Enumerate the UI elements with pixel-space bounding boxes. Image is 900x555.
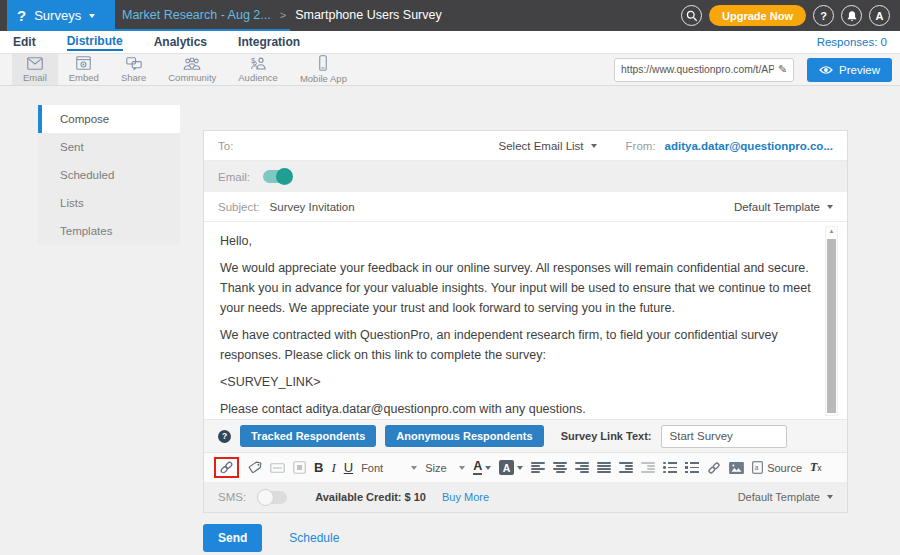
distribute-channel-toolbar: Email Embed Share Community $ Audience M… — [0, 54, 900, 86]
insert-image-button[interactable] — [729, 462, 744, 474]
email-sidebar: Compose Sent Scheduled Lists Templates — [38, 105, 180, 245]
insert-banner-button-disabled[interactable] — [270, 462, 285, 474]
breadcrumb-folder[interactable]: Market Research - Aug 2... — [122, 8, 271, 22]
audience-dollar-icon: $ — [250, 56, 267, 70]
responses-count[interactable]: Responses: 0 — [817, 36, 887, 48]
align-center-icon — [553, 462, 567, 473]
upgrade-now-button[interactable]: Upgrade Now — [709, 5, 806, 26]
survey-url-field[interactable]: https://www.questionpro.com/t/APNrFZ — [614, 58, 794, 82]
scrollbar-thumb[interactable] — [827, 239, 836, 413]
increase-indent-button[interactable] — [619, 462, 633, 473]
notifications-button[interactable] — [841, 5, 862, 26]
to-row: To: Select Email List From: aditya.datar… — [204, 131, 847, 161]
numbered-list-button[interactable] — [685, 462, 699, 473]
topbar-actions: Upgrade Now ? A — [681, 0, 890, 31]
sidebar-item-templates[interactable]: Templates — [38, 217, 180, 245]
breadcrumb: Market Research - Aug 2... > Smartphone … — [122, 0, 442, 29]
outdent-icon — [641, 462, 655, 473]
font-family-dropdown[interactable]: Font — [361, 462, 417, 474]
schedule-link[interactable]: Schedule — [289, 531, 339, 545]
questionpro-app: ? Surveys Market Research - Aug 2... > S… — [0, 0, 900, 555]
italic-button[interactable]: I — [331, 460, 335, 476]
toggle-knob — [257, 489, 274, 506]
sms-template-value: Default Template — [738, 491, 820, 503]
available-credit-label: Available Credit: $ 10 — [315, 491, 426, 503]
respondents-help-icon[interactable]: ? — [218, 430, 231, 443]
editor-toolbar: B I U Font Size A A — [204, 452, 847, 482]
insert-survey-link-button-highlighted[interactable] — [214, 457, 239, 478]
sidebar-item-lists[interactable]: Lists — [38, 189, 180, 217]
tab-edit[interactable]: Edit — [13, 35, 36, 50]
sms-label: SMS: — [218, 491, 246, 503]
channel-tab-audience[interactable]: $ Audience — [227, 54, 289, 85]
send-button[interactable]: Send — [203, 524, 262, 552]
tab-analytics[interactable]: Analytics — [154, 35, 207, 50]
align-center-button[interactable] — [553, 462, 567, 473]
chevron-down-icon — [459, 466, 465, 470]
align-justify-button[interactable] — [597, 462, 611, 473]
email-body-editor[interactable]: Hello, We would appreciate your feedback… — [204, 222, 847, 419]
channel-tab-embed[interactable]: Embed — [58, 54, 110, 85]
tab-integration[interactable]: Integration — [238, 35, 300, 50]
bullet-list-button[interactable] — [663, 462, 677, 473]
remove-format-button[interactable]: Tx — [810, 460, 822, 475]
align-right-button[interactable] — [575, 462, 589, 473]
tab-distribute[interactable]: Distribute — [67, 34, 123, 51]
channel-tab-mobile-app[interactable]: Mobile App — [289, 54, 358, 85]
insert-button-widget-disabled[interactable] — [293, 461, 306, 474]
channel-tab-label: Mobile App — [300, 73, 347, 84]
hyperlink-button[interactable] — [707, 461, 721, 475]
sms-template-dropdown[interactable]: Default Template — [738, 491, 833, 503]
background-color-button[interactable]: A — [499, 460, 523, 475]
from-label: From: — [626, 140, 656, 152]
sms-toggle[interactable] — [258, 491, 287, 504]
help-button[interactable]: ? — [813, 5, 834, 26]
embed-icon — [76, 56, 91, 70]
sidebar-item-scheduled[interactable]: Scheduled — [38, 161, 180, 189]
underline-button[interactable]: U — [344, 460, 353, 475]
align-left-icon — [531, 462, 545, 473]
insert-tag-button[interactable] — [247, 460, 262, 475]
surveys-product-menu[interactable]: ? Surveys — [7, 0, 115, 31]
chevron-down-icon — [485, 466, 491, 470]
align-left-button[interactable] — [531, 462, 545, 473]
anonymous-respondents-button[interactable]: Anonymous Respondents — [385, 425, 543, 447]
numbered-list-icon — [685, 462, 699, 473]
search-button[interactable] — [681, 5, 702, 26]
bold-button[interactable]: B — [314, 460, 323, 475]
survey-link-text-label: Survey Link Text: — [561, 430, 652, 442]
bell-icon — [846, 10, 858, 22]
source-button[interactable]: a Source — [752, 461, 802, 474]
text-color-button[interactable]: A — [473, 460, 491, 476]
body-scrollbar[interactable] — [825, 226, 838, 416]
subject-input[interactable]: Survey Invitation — [270, 201, 355, 213]
decrease-indent-button-disabled[interactable] — [641, 462, 655, 473]
edit-url-pencil-icon[interactable] — [778, 63, 787, 76]
link-icon — [219, 460, 234, 475]
preview-label: Preview — [839, 64, 880, 76]
buy-more-link[interactable]: Buy More — [442, 491, 489, 503]
size-dropdown-value: Size — [425, 462, 446, 474]
select-email-list-dropdown[interactable]: Select Email List — [499, 140, 597, 152]
pricetag-icon — [247, 460, 262, 475]
channel-tab-email[interactable]: Email — [12, 54, 58, 85]
from-email-value[interactable]: aditya.datar@questionpro.co... — [665, 140, 833, 152]
tracked-respondents-button[interactable]: Tracked Respondents — [240, 425, 376, 447]
body-paragraph: We would appreciate your feedback in our… — [220, 259, 811, 318]
body-paragraph: Please contact aditya.datar@questionpro.… — [220, 400, 811, 419]
source-label: Source — [767, 462, 802, 474]
email-template-dropdown[interactable]: Default Template — [734, 201, 833, 213]
email-toggle[interactable] — [263, 170, 292, 183]
breadcrumb-separator: > — [280, 9, 286, 21]
select-email-list-value: Select Email List — [499, 140, 584, 152]
avatar[interactable]: A — [869, 5, 890, 26]
channel-tab-share[interactable]: Share — [110, 54, 157, 85]
survey-link-text-input[interactable] — [661, 425, 787, 448]
channel-tab-community[interactable]: Community — [157, 54, 227, 85]
preview-button[interactable]: Preview — [807, 58, 892, 82]
sidebar-item-sent[interactable]: Sent — [38, 133, 180, 161]
remove-format-x: x — [817, 463, 821, 473]
scroll-up-arrow[interactable] — [826, 228, 837, 234]
font-size-dropdown[interactable]: Size — [425, 462, 465, 474]
sidebar-item-compose[interactable]: Compose — [38, 105, 180, 133]
